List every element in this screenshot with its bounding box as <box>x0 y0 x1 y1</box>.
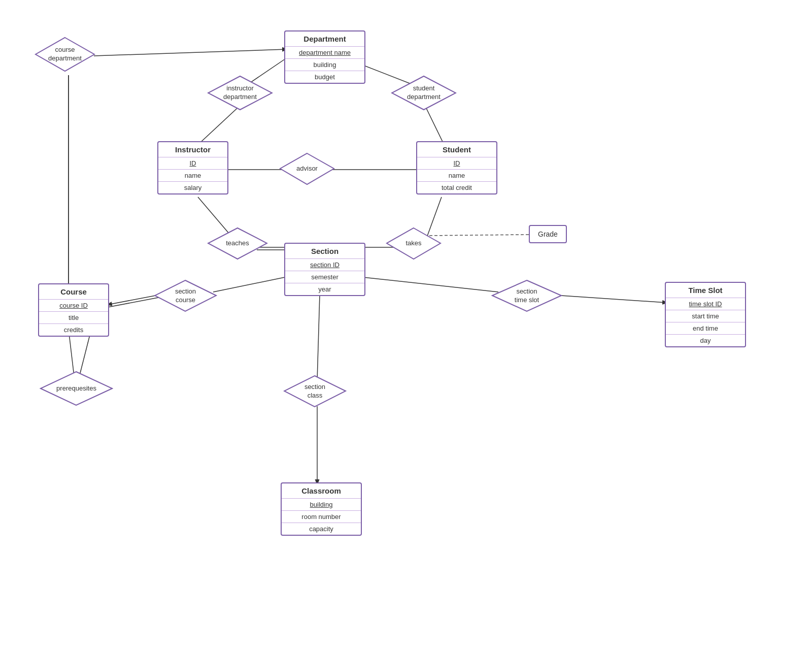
timeslot-attr-day: day <box>666 334 745 346</box>
entity-classroom: Classroom building room number capacity <box>281 482 362 536</box>
svg-line-15 <box>108 295 161 305</box>
diamond-section-timeslot-label: sectiontime slot <box>515 287 539 305</box>
diamond-advisor: advisor <box>279 152 335 185</box>
entity-timeslot: Time Slot time slot ID start time end ti… <box>665 282 746 347</box>
course-attr-credits: credits <box>39 323 108 336</box>
classroom-attr-capacity: capacity <box>282 523 361 535</box>
svg-line-16 <box>108 297 161 307</box>
course-attr-title: title <box>39 311 108 323</box>
timeslot-attr-id: time slot ID <box>666 298 745 310</box>
diamond-advisor-label: advisor <box>296 165 318 173</box>
entity-department: Department department name building budg… <box>284 30 365 84</box>
diamond-section-course-label: sectioncourse <box>175 287 196 305</box>
dept-title: Department <box>285 31 364 46</box>
diamond-section-timeslot: sectiontime slot <box>491 279 562 312</box>
section-attr-id: section ID <box>285 258 364 271</box>
diamond-takes: takes <box>386 227 442 260</box>
diamond-takes-label: takes <box>405 239 421 248</box>
grade-box: Grade <box>529 225 567 243</box>
er-diagram: Department department name building budg… <box>0 0 812 650</box>
diamond-instructor-dept-label: instructordepartment <box>223 84 257 102</box>
student-title: Student <box>417 142 496 157</box>
svg-line-17 <box>358 277 498 292</box>
section-title: Section <box>285 244 364 258</box>
diamond-course-dept: coursedepartment <box>35 37 95 72</box>
student-attr-name: name <box>417 169 496 181</box>
course-attr-id: course ID <box>39 299 108 311</box>
diamond-instructor-dept: instructordepartment <box>207 75 273 111</box>
dept-attr-budget: budget <box>285 71 364 83</box>
student-attr-id: ID <box>417 157 496 169</box>
diamond-student-dept-label: studentdepartment <box>407 84 441 102</box>
entity-student: Student ID name total credit <box>416 141 497 194</box>
diamond-prereq: prerequesites <box>40 371 113 406</box>
student-attr-credit: total credit <box>417 181 496 193</box>
diamond-course-dept-label: coursedepartment <box>48 46 82 63</box>
classroom-attr-building: building <box>282 498 361 510</box>
timeslot-attr-start: start time <box>666 310 745 322</box>
entity-instructor: Instructor ID name salary <box>157 141 228 194</box>
svg-line-19 <box>317 295 320 380</box>
timeslot-attr-end: end time <box>666 322 745 334</box>
entity-course: Course course ID title credits <box>38 283 109 337</box>
classroom-title: Classroom <box>282 483 361 498</box>
course-title: Course <box>39 284 108 299</box>
instructor-attr-salary: salary <box>158 181 227 193</box>
section-attr-semester: semester <box>285 271 364 283</box>
instructor-attr-name: name <box>158 169 227 181</box>
svg-line-0 <box>94 49 287 56</box>
grade-label: Grade <box>538 230 558 238</box>
diamond-teaches: teaches <box>207 227 268 260</box>
entity-section: Section section ID semester year <box>284 243 365 296</box>
timeslot-title: Time Slot <box>666 283 745 298</box>
classroom-attr-room: room number <box>282 510 361 523</box>
diamond-prereq-label: prerequesites <box>56 384 96 393</box>
dept-attr-name: department name <box>285 46 364 58</box>
svg-line-14 <box>213 277 287 292</box>
instructor-attr-id: ID <box>158 157 227 169</box>
diamond-teaches-label: teaches <box>226 239 249 248</box>
diamond-student-dept: studentdepartment <box>391 75 457 111</box>
diamond-section-class: sectionclass <box>283 375 347 408</box>
diamond-section-class-label: sectionclass <box>304 383 325 400</box>
section-attr-year: year <box>285 283 364 295</box>
diamond-section-course: sectioncourse <box>154 279 217 312</box>
dept-attr-building: building <box>285 58 364 71</box>
instructor-title: Instructor <box>158 142 227 157</box>
